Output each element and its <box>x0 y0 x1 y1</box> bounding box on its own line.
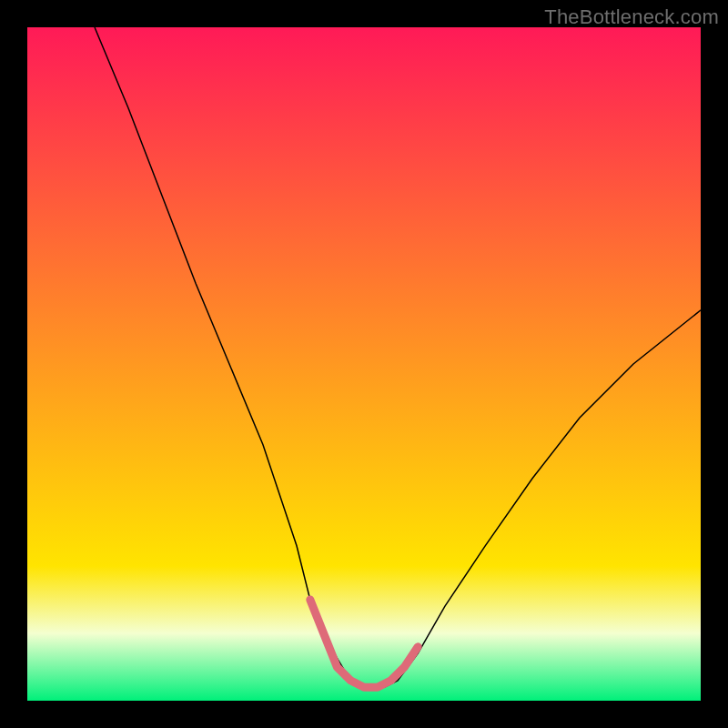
watermark-text: TheBottleneck.com <box>544 5 719 29</box>
gradient-background <box>27 27 701 701</box>
plot-area <box>27 27 701 701</box>
chart-frame: TheBottleneck.com <box>0 0 728 728</box>
chart-svg <box>27 27 701 701</box>
